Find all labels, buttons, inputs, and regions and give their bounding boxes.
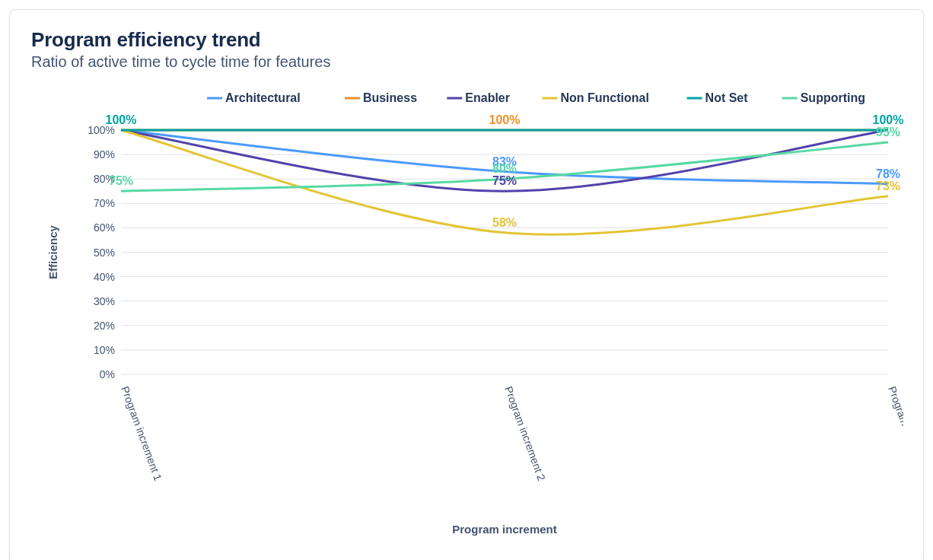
data-point-label: 75%: [109, 174, 133, 187]
data-point-label: 100%: [106, 113, 137, 126]
legend-item[interactable]: Business: [363, 91, 417, 104]
data-point-label: 78%: [876, 167, 900, 180]
legend-item[interactable]: Architectural: [225, 91, 301, 104]
y-tick-label: 90%: [94, 148, 115, 161]
y-tick-label: 20%: [94, 320, 115, 332]
data-point-label: 80%: [492, 162, 517, 175]
y-tick-label: 10%: [94, 344, 115, 356]
y-tick-label: 70%: [94, 197, 115, 209]
chart-subtitle: Ratio of active time to cycle time for f…: [31, 53, 902, 71]
y-tick-label: 60%: [94, 221, 115, 234]
x-tick-label: Program increment 1: [119, 385, 164, 483]
y-tick-label: 30%: [94, 295, 115, 307]
data-point-label: 75%: [492, 174, 517, 187]
chart-area: ArchitecturalBusinessEnablerNon Function…: [31, 81, 902, 546]
x-tick-label: Program increment 3: [886, 385, 903, 483]
y-tick-label: 50%: [94, 247, 115, 259]
y-tick-label: 40%: [94, 271, 115, 283]
legend-item[interactable]: Not Set: [705, 91, 749, 104]
legend-item[interactable]: Enabler: [465, 91, 510, 104]
x-tick-label: Program increment 2: [502, 385, 548, 483]
y-axis-title: Efficiency: [46, 224, 59, 279]
data-point-label: 58%: [492, 216, 517, 229]
legend-item[interactable]: Non Functional: [560, 91, 648, 104]
data-point-label: 100%: [873, 113, 903, 126]
legend-item[interactable]: Supporting: [801, 91, 865, 104]
data-point-label: 73%: [876, 180, 900, 192]
y-tick-label: 0%: [100, 368, 115, 380]
chart-card: Program efficiency trend Ratio of active…: [9, 9, 924, 560]
data-point-label: 100%: [489, 113, 521, 126]
x-axis-title: Program increment: [452, 523, 557, 536]
chart-title: Program efficiency trend: [31, 28, 902, 52]
line-chart: ArchitecturalBusinessEnablerNon Function…: [31, 81, 903, 546]
data-point-label: 95%: [876, 126, 900, 138]
